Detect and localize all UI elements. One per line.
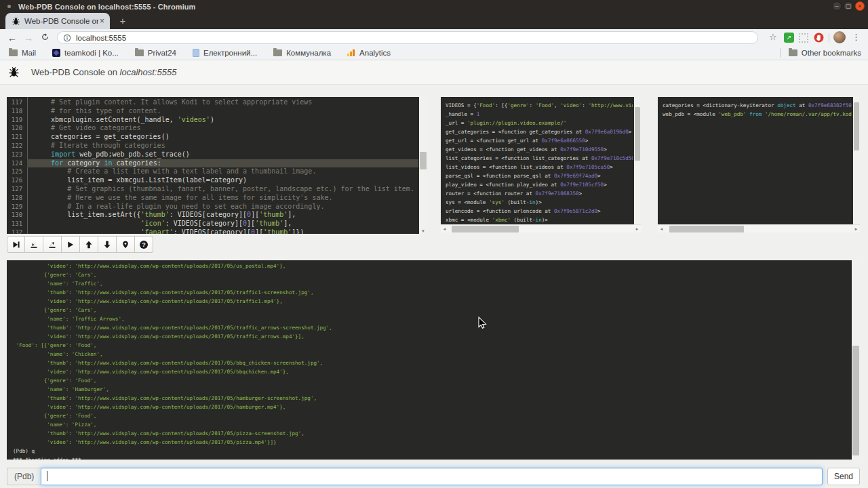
global-variable-line: VIDEOS = {'Food': [{'genre': 'Food', 'vi… (446, 101, 633, 110)
scroll-right-icon[interactable]: ► (852, 227, 860, 231)
scrollbar-thumb[interactable] (854, 102, 859, 150)
console-line: 'thumb': 'http://www.vidsplay.com/wp-con… (13, 394, 850, 403)
current-file-panel: Current file: main.py(124) 117 # Set plu… (7, 97, 427, 234)
page-title: Web-PDB Console on localhost:5555 (31, 67, 176, 77)
other-bookmarks-button[interactable]: Other bookmarks (789, 49, 861, 57)
extension-green-icon[interactable]: ↗ (784, 33, 794, 43)
console-output: 'video': 'http://www.vidsplay.com/wp-con… (13, 262, 850, 460)
console-line: *** Aborting addon *** (13, 455, 850, 460)
tab-title: Web-PDB Console on loca (24, 17, 98, 25)
where-button[interactable] (117, 236, 135, 253)
url-text: localhost:5555 (76, 34, 126, 42)
arrow-up-icon (85, 241, 93, 249)
forward-icon[interactable]: → (20, 33, 37, 43)
window-title: Web-PDB Console on localhost:5555 - Chro… (18, 3, 196, 11)
scrollbar-thumb[interactable] (420, 152, 427, 169)
locals-vertical-scrollbar[interactable] (853, 97, 860, 224)
document-icon (193, 49, 199, 57)
profile-avatar[interactable] (833, 31, 846, 43)
new-tab-button[interactable]: + (115, 15, 130, 27)
extension-disabled-icon[interactable] (799, 33, 808, 43)
scrollbar-thumb[interactable] (452, 226, 518, 232)
bookmark-privat24[interactable]: Privat24 (135, 49, 176, 57)
code-line-127: 127 # Set graphics (thumbnail, fanart, b… (7, 185, 418, 194)
console-line: 'video': 'http://www.vidsplay.com/wp-con… (13, 297, 850, 306)
console-line: 'thumb': 'http://www.vidsplay.com/wp-con… (13, 359, 850, 367)
locals-list: categories = <dictionary-keyiterator obj… (663, 101, 852, 119)
locals-horizontal-scrollbar[interactable]: ◄ ► (658, 224, 860, 232)
bookmarks-divider (780, 48, 781, 58)
bookmark-electronic[interactable]: Електронний... (193, 49, 257, 57)
reload-icon[interactable] (37, 33, 53, 43)
window-maximize-button[interactable]: ▢ (844, 1, 853, 11)
toolbar-divider (829, 33, 829, 43)
mouse-cursor (478, 317, 487, 329)
scrollbar-thumb[interactable] (669, 226, 744, 232)
send-button[interactable]: Send (827, 468, 860, 485)
bookmark-mail[interactable]: Mail (9, 49, 36, 57)
up-button[interactable] (80, 236, 98, 253)
console-line: 'video': 'http://www.vidsplay.com/wp-con… (13, 438, 850, 447)
global-variable-line: get_videos = <function get_videos at 0x7… (446, 145, 633, 154)
console-line: 'thumb': 'http://www.vidsplay.com/wp-con… (13, 323, 850, 332)
down-button[interactable] (98, 236, 117, 253)
global-variable-line: _handle = 1 (446, 110, 633, 119)
step-into-icon (30, 241, 38, 249)
pdb-command-input[interactable] (41, 468, 823, 485)
page-header: Web-PDB Console on localhost:5555 (0, 60, 868, 85)
back-icon[interactable]: ← (4, 33, 20, 43)
step-into-button[interactable] (25, 236, 43, 253)
console-line: 'video': 'http://www.vidsplay.com/wp-con… (13, 403, 850, 411)
scrollbar-thumb[interactable] (852, 346, 859, 455)
code-vertical-scrollbar[interactable]: ▼ (419, 97, 427, 234)
globals-horizontal-scrollbar[interactable]: ◄ ► (441, 224, 641, 232)
local-variable-line: web_pdb = <module 'web_pdb' from '/home/… (663, 110, 852, 119)
help-button[interactable]: ? (135, 236, 153, 253)
console-line: (Pdb) q (13, 447, 850, 455)
page-info-icon[interactable] (63, 34, 71, 42)
bookmark-analytics[interactable]: Analytics (347, 49, 391, 57)
globals-vertical-scrollbar[interactable] (634, 97, 641, 224)
local-variable-line: categories = <dictionary-keyiterator obj… (663, 101, 852, 110)
tab-close-icon[interactable]: × (98, 17, 106, 25)
console-line: 'name': 'Traffic Arrows', (13, 314, 850, 323)
question-icon: ? (140, 241, 148, 249)
code-line-129: 129 # In a real-life plugin you need to … (7, 203, 418, 211)
bookmarks-bar: Mail teamkodi | Ko... Privat24 Електронн… (0, 46, 868, 60)
console-vertical-scrollbar[interactable] (852, 260, 860, 460)
code-line-131: 131 'icon': VIDEOS[category][0]['thumb']… (7, 220, 418, 228)
scroll-down-icon[interactable]: ▼ (419, 229, 427, 233)
console-line: 'thumb': 'http://www.vidsplay.com/wp-con… (13, 288, 850, 297)
bug-favicon-icon (12, 17, 20, 26)
scroll-left-icon[interactable]: ◄ (658, 227, 665, 231)
code-line-126: 126 list_item = xbmcgui.ListItem(label=c… (7, 176, 418, 185)
pdb-prompt-label: (Pdb) (7, 468, 41, 485)
extension-adblock-icon[interactable] (814, 33, 824, 43)
code-line-125: 125 # Create a list item with a text lab… (7, 167, 418, 176)
window-titlebar: Web-PDB Console on localhost:5555 - Chro… (0, 0, 868, 13)
browser-toolbar: ← → localhost:5555 ☆ ↗ ⋮ (0, 29, 868, 46)
scroll-right-icon[interactable]: ► (633, 227, 641, 231)
global-variable-line: sys = <module 'sys' (built-in)> (446, 198, 633, 207)
console-line: 'name': 'Hamburger', (13, 385, 850, 394)
bookmark-communal[interactable]: Коммуналка (273, 49, 331, 57)
console-line: 'name': 'Pizza', (13, 420, 850, 429)
continue-button[interactable] (62, 236, 80, 253)
global-variable-line: get_categories = <function get_categorie… (446, 127, 633, 136)
bookmark-teamkodi[interactable]: teamkodi | Ko... (52, 49, 119, 57)
browser-menu-icon[interactable]: ⋮ (852, 32, 861, 42)
scroll-left-icon[interactable]: ◄ (441, 227, 448, 231)
global-variable-line: list_categories = <function list_categor… (446, 154, 633, 163)
bookmark-star-icon[interactable]: ☆ (769, 32, 777, 42)
window-close-button[interactable]: × (855, 1, 865, 11)
console-line: 'video': 'http://www.vidsplay.com/wp-con… (13, 262, 850, 270)
browser-tab[interactable]: Web-PDB Console on loca × (5, 13, 110, 29)
global-variable-line: play_video = <function play_video at 0x7… (446, 180, 633, 189)
window-minimize-button[interactable]: – (832, 1, 842, 11)
address-bar[interactable]: localhost:5555 (57, 31, 758, 44)
step-out-button[interactable] (43, 236, 62, 253)
next-button[interactable] (7, 236, 25, 253)
console-line: {'genre': 'Cars', (13, 270, 850, 279)
scrollbar-thumb[interactable] (635, 107, 640, 161)
debugger-toolbar: ? (7, 236, 153, 253)
